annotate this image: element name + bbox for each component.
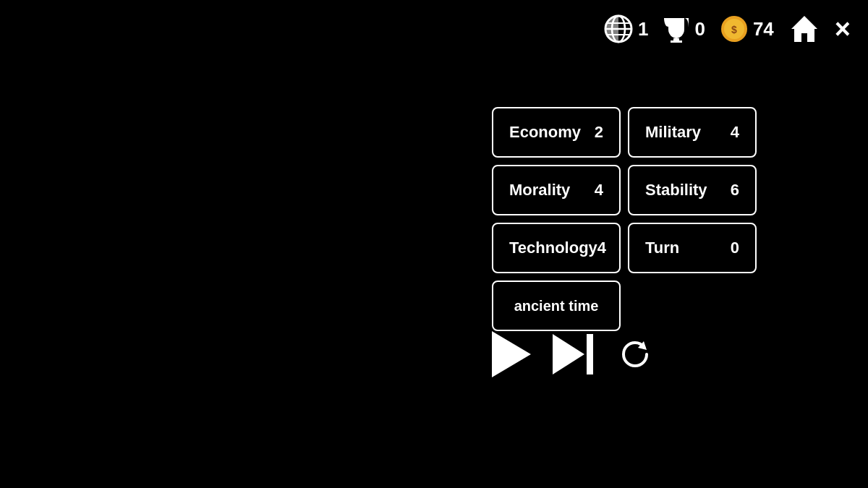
- era-label: ancient time: [514, 298, 599, 314]
- stats-row-2: Morality 4 Stability 6: [492, 165, 757, 215]
- turn-value: 0: [731, 239, 739, 257]
- stats-area: Economy 2 Military 4 Morality 4 Stabilit…: [492, 107, 757, 331]
- play-button[interactable]: [492, 331, 531, 377]
- trophy-icon: [663, 15, 690, 43]
- refresh-button[interactable]: [615, 334, 655, 374]
- trophy-counter: 0: [663, 15, 705, 43]
- economy-stat: Economy 2: [492, 107, 621, 158]
- morality-label: Morality: [509, 181, 570, 200]
- coin-counter: $ 74: [720, 14, 774, 43]
- stability-stat: Stability 6: [628, 165, 757, 215]
- globe-counter: 1: [603, 14, 648, 44]
- refresh-icon: [615, 334, 655, 374]
- technology-label: Technology: [509, 239, 597, 257]
- technology-stat: Technology 4: [492, 223, 621, 273]
- stats-row-1: Economy 2 Military 4: [492, 107, 757, 158]
- svg-text:$: $: [731, 24, 737, 35]
- coin-icon: $: [720, 14, 749, 43]
- skip-icon: [553, 334, 593, 374]
- skip-button[interactable]: [553, 334, 593, 374]
- military-value: 4: [731, 123, 739, 142]
- home-icon: [788, 13, 820, 45]
- play-icon: [492, 331, 531, 377]
- svg-rect-6: [671, 40, 682, 43]
- coin-count: 74: [753, 18, 774, 40]
- morality-value: 4: [595, 181, 603, 200]
- stability-value: 6: [731, 181, 739, 200]
- military-stat: Military 4: [628, 107, 757, 158]
- economy-label: Economy: [509, 123, 581, 142]
- stability-label: Stability: [645, 181, 707, 200]
- morality-stat: Morality 4: [492, 165, 621, 215]
- economy-value: 2: [595, 123, 603, 142]
- era-box: ancient time: [492, 281, 621, 331]
- military-label: Military: [645, 123, 701, 142]
- technology-value: 4: [597, 239, 606, 257]
- turn-stat: Turn 0: [628, 223, 757, 273]
- skip-bar: [587, 334, 593, 374]
- turn-label: Turn: [645, 239, 679, 257]
- stats-row-3: Technology 4 Turn 0: [492, 223, 757, 273]
- close-icon: ×: [835, 15, 851, 43]
- top-bar: 1 0 $ 74 ×: [586, 0, 868, 58]
- controls-area: [492, 331, 655, 377]
- home-button[interactable]: [788, 13, 820, 45]
- globe-count: 1: [638, 18, 648, 40]
- close-button[interactable]: ×: [835, 15, 851, 43]
- globe-icon: [603, 14, 634, 44]
- skip-triangle: [553, 334, 584, 374]
- trophy-count: 0: [694, 18, 705, 40]
- svg-marker-10: [791, 16, 817, 42]
- stats-row-4: ancient time: [492, 281, 757, 331]
